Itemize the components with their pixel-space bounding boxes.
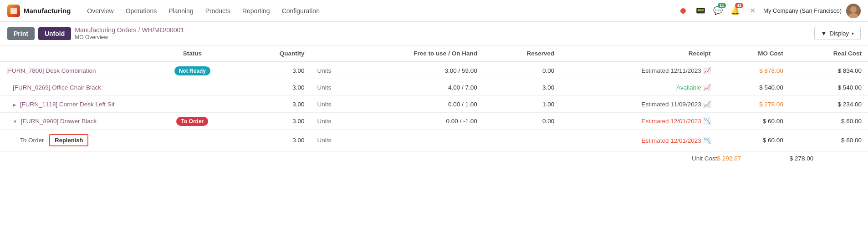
real-cost-cell: $ 234.00 — [790, 96, 868, 113]
mo-cost-cell: $ 60.00 — [717, 130, 790, 151]
nav-reporting[interactable]: Reporting — [237, 5, 276, 17]
receipt-text: Available — [676, 84, 701, 91]
not-ready-badge: Not Ready — [174, 66, 210, 75]
reserved-cell: 3.00 — [484, 79, 561, 96]
bell-icon[interactable]: 🔔 42 — [729, 5, 741, 17]
chart-trend-icon[interactable]: 📈 — [703, 100, 711, 108]
col-header-real-cost: Real Cost — [790, 45, 868, 62]
manufacturing-table: Status Quantity Free to use / On Hand Re… — [0, 45, 868, 165]
status-cell — [146, 130, 239, 151]
top-navigation: Manufacturing Overview Operations Planni… — [0, 0, 868, 22]
expand-down-icon[interactable]: ▼ — [13, 119, 17, 124]
company-name[interactable]: My Company (San Francisco) — [763, 7, 842, 14]
unit-cost-mo-value: $ 292.67 — [717, 155, 741, 162]
unit-cell: Units — [311, 62, 338, 79]
nav-planning[interactable]: Planning — [163, 5, 199, 17]
unit-cell: Units — [311, 113, 338, 130]
col-header-status: Status — [146, 45, 239, 62]
table-row: ▶ [FURN_1118] Corner Desk Left Sit 3.00 … — [0, 96, 868, 113]
receipt-text: Estimated 12/01/2023 — [641, 118, 701, 125]
table-header-row: Status Quantity Free to use / On Hand Re… — [0, 45, 868, 62]
replenish-button[interactable]: Replenish — [49, 134, 88, 146]
main-table-wrapper: Status Quantity Free to use / On Hand Re… — [0, 45, 868, 165]
status-dot-icon — [677, 5, 689, 17]
toolbar: Print Unfold Manufacturing Orders / WH/M… — [0, 22, 868, 45]
product-link[interactable]: [FURN_8900] Drawer Black — [21, 118, 97, 125]
mo-cost-cell: $ 278.00 — [717, 96, 790, 113]
col-header-reserved: Reserved — [484, 45, 561, 62]
nav-products[interactable]: Products — [200, 5, 236, 17]
nav-actions: 📟 💬 11 🔔 42 ✕ My Company (San Francisco) — [677, 4, 861, 18]
quantity-cell: 3.00 — [239, 96, 311, 113]
reserved-cell: 0.00 — [484, 62, 561, 79]
nav-menu: Overview Operations Planning Products Re… — [82, 5, 325, 17]
nav-overview[interactable]: Overview — [82, 5, 119, 17]
unit-cost-label: Unit Cost — [561, 151, 717, 166]
chat-badge: 11 — [718, 3, 726, 8]
receipt-text: Estimated 12/01/2023 — [641, 137, 701, 144]
mo-cost-value: $ 278.00 — [759, 101, 783, 108]
product-name-cell: [FURN_7800] Desk Combination — [0, 62, 146, 79]
mo-cost-cell: $ 540.00 — [717, 79, 790, 96]
breadcrumb: Manufacturing Orders / WH/MO/00001 MO Ov… — [75, 26, 184, 40]
display-label: Display — [829, 30, 849, 37]
chart-trend-down-icon[interactable]: 📉 — [703, 137, 711, 144]
status-cell — [146, 79, 239, 96]
reserved-cell: 1.00 — [484, 96, 561, 113]
app-logo[interactable]: Manufacturing — [7, 5, 76, 17]
product-name-cell: [FURN_0269] Office Chair Black — [0, 79, 146, 96]
mo-cost-cell: $ 878.00 — [717, 62, 790, 79]
chart-trend-icon[interactable]: 📈 — [703, 67, 711, 74]
product-link[interactable]: [FURN_7800] Desk Combination — [6, 67, 96, 74]
svg-point-1 — [850, 6, 857, 13]
app-name[interactable]: Manufacturing — [24, 7, 71, 15]
product-link[interactable]: [FURN_0269] Office Chair Black — [13, 84, 101, 91]
close-icon[interactable]: ✕ — [746, 5, 759, 17]
unfold-button[interactable]: Unfold — [38, 27, 71, 40]
real-cost-cell: $ 60.00 — [790, 113, 868, 130]
chat-icon[interactable]: 💬 11 — [711, 5, 724, 17]
status-cell — [146, 96, 239, 113]
expand-right-icon[interactable]: ▶ — [13, 102, 16, 107]
mo-cost-value: $ 878.00 — [759, 67, 783, 74]
product-link[interactable]: [FURN_1118] Corner Desk Left Sit — [20, 101, 115, 108]
phone-icon[interactable]: 📟 — [694, 5, 707, 17]
status-cell: Not Ready — [146, 62, 239, 79]
unit-cell: Units — [311, 79, 338, 96]
real-cost-cell: $ 60.00 — [790, 130, 868, 151]
unit-cost-real-cost: $ 278.00 — [790, 151, 868, 166]
unit-cell: Units — [311, 130, 338, 151]
free-onhand-cell: 0.00 / 1.00 — [338, 96, 483, 113]
breadcrumb-ref[interactable]: WH/MO/00001 — [142, 26, 184, 34]
breadcrumb-manufacturing-orders[interactable]: Manufacturing Orders — [75, 26, 136, 34]
receipt-cell: Available 📈 — [561, 79, 717, 96]
display-button[interactable]: ▼ Display ▾ — [814, 27, 861, 40]
product-name-cell: ▼ [FURN_8900] Drawer Black — [0, 113, 146, 130]
chart-trend-icon[interactable]: 📈 — [703, 84, 711, 91]
print-button[interactable]: Print — [7, 27, 35, 40]
chart-trend-down-icon[interactable]: 📉 — [703, 117, 711, 125]
nav-operations[interactable]: Operations — [120, 5, 162, 17]
free-onhand-cell: 0.00 / -1.00 — [338, 113, 483, 130]
free-onhand-cell: 3.00 / 59.00 — [338, 62, 483, 79]
filter-icon: ▼ — [821, 30, 827, 37]
receipt-cell: Estimated 12/11/2023 📈 — [561, 62, 717, 79]
to-order-label: To Order — [20, 137, 44, 144]
quantity-cell: 3.00 — [239, 130, 311, 151]
col-header-receipt: Receipt — [561, 45, 717, 62]
reserved-cell — [484, 130, 561, 151]
to-order-replenish-cell: To Order Replenish — [0, 130, 146, 151]
breadcrumb-sub-label: MO Overview — [75, 34, 184, 40]
col-header-mo-cost: MO Cost — [717, 45, 790, 62]
real-cost-cell: $ 540.00 — [790, 79, 868, 96]
reserved-cell: 0.00 — [484, 113, 561, 130]
table-row: ▼ [FURN_8900] Drawer Black To Order 3.00… — [0, 113, 868, 130]
nav-configuration[interactable]: Configuration — [276, 5, 325, 17]
product-name-cell: ▶ [FURN_1118] Corner Desk Left Sit — [0, 96, 146, 113]
user-avatar[interactable] — [846, 4, 861, 18]
quantity-cell: 3.00 — [239, 113, 311, 130]
mo-cost-cell: $ 60.00 — [717, 113, 790, 130]
status-cell: To Order — [146, 113, 239, 130]
col-header-name — [0, 45, 146, 62]
quantity-cell: 3.00 — [239, 62, 311, 79]
